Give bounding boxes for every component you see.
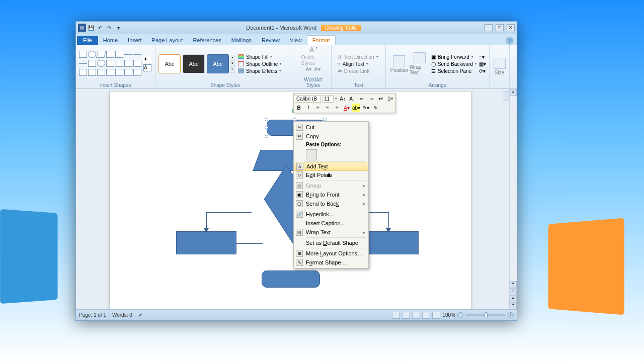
align-left-icon[interactable]: ≡ bbox=[314, 104, 322, 112]
desktop-decor bbox=[548, 218, 624, 315]
word-icon[interactable]: W bbox=[78, 24, 86, 32]
shape-style-gallery[interactable]: Abc Abc Abc bbox=[158, 54, 229, 73]
zoom-in-icon[interactable]: + bbox=[508, 312, 514, 318]
bold-icon[interactable]: B bbox=[295, 104, 303, 112]
ctx-format-shape[interactable]: ✎Format Shape… bbox=[294, 258, 368, 267]
align-text-button[interactable]: ≡Align Text▾ bbox=[338, 61, 378, 67]
font-color-icon[interactable]: A▾ bbox=[343, 104, 351, 112]
document-area[interactable]: ▾ A↑ A↓ ⇤ ⇥ •≡ 1≡ B I ≡ ≡ ≡ A▾ ab▾ ✎▾ ✎ bbox=[76, 89, 509, 309]
flowchart-process-left[interactable] bbox=[176, 231, 236, 254]
tab-view[interactable]: View bbox=[285, 36, 307, 45]
zoom-out-icon[interactable]: − bbox=[457, 312, 463, 318]
gallery-down-icon[interactable]: ▾ bbox=[230, 61, 235, 67]
ribbon-tabs: File Home Insert Page Layout References … bbox=[76, 34, 517, 45]
format-painter-icon[interactable]: ✎▾ bbox=[362, 104, 370, 112]
tab-references[interactable]: References bbox=[188, 36, 226, 45]
ctx-bring-to-front[interactable]: ▣Bring to Front▸ bbox=[294, 190, 368, 199]
view-print-layout[interactable] bbox=[392, 312, 400, 319]
highlight-icon[interactable]: ab▾ bbox=[352, 104, 360, 112]
mini-size-input[interactable] bbox=[323, 95, 334, 103]
titlebar: W 💾 ↶ ↷ ▾ Document1 - Microsoft Word Dra… bbox=[76, 22, 517, 34]
side-panel-tab[interactable] bbox=[504, 91, 509, 101]
ctx-send-to-back[interactable]: ▢Send to Back▸ bbox=[294, 199, 368, 208]
decrease-indent-icon[interactable]: ⇤ bbox=[358, 95, 366, 103]
tab-mailings[interactable]: Mailings bbox=[226, 36, 257, 45]
grow-font-icon[interactable]: A↑ bbox=[339, 95, 347, 103]
shape-fill-button[interactable]: Shape Fill ▾ bbox=[238, 54, 282, 60]
tab-insert[interactable]: Insert bbox=[123, 36, 147, 45]
group-shape-styles: Shape Styles bbox=[158, 82, 292, 88]
text-box-icon[interactable]: A bbox=[143, 64, 151, 71]
tab-review[interactable]: Review bbox=[257, 36, 285, 45]
mini-toolbar: ▾ A↑ A↓ ⇤ ⇥ •≡ 1≡ B I ≡ ≡ ≡ A▾ ab▾ ✎▾ ✎ bbox=[293, 93, 396, 113]
prev-page-icon[interactable]: ▴ bbox=[510, 295, 517, 302]
tab-home[interactable]: Home bbox=[98, 36, 123, 45]
status-page[interactable]: Page: 1 of 1 bbox=[79, 312, 106, 318]
minimize-button[interactable]: – bbox=[485, 24, 493, 31]
ctx-cut[interactable]: ✂Cut bbox=[294, 123, 368, 132]
help-icon[interactable]: ? bbox=[506, 37, 514, 45]
bullets-icon[interactable]: •≡ bbox=[377, 95, 385, 103]
page[interactable] bbox=[109, 91, 471, 309]
styles-icon[interactable]: ✎ bbox=[371, 104, 379, 112]
view-web[interactable] bbox=[412, 312, 420, 319]
ctx-copy[interactable]: ⧉Copy bbox=[294, 132, 368, 141]
view-outline[interactable] bbox=[422, 312, 430, 319]
zoom-slider[interactable] bbox=[465, 314, 506, 316]
tab-file[interactable]: File bbox=[77, 36, 98, 45]
position-button[interactable]: Position bbox=[389, 55, 410, 73]
mini-font-input[interactable] bbox=[295, 95, 321, 103]
next-page-icon[interactable]: ▾ bbox=[510, 302, 517, 309]
gallery-more-icon[interactable]: ▿ bbox=[230, 67, 235, 73]
proofing-icon[interactable]: ✔ bbox=[138, 312, 142, 318]
group-text: Text bbox=[335, 82, 382, 88]
save-icon[interactable]: 💾 bbox=[87, 24, 95, 32]
shapes-gallery[interactable] bbox=[79, 51, 141, 77]
redo-icon[interactable]: ↷ bbox=[105, 24, 113, 32]
window-title: Document1 - Microsoft Word Drawing Tools bbox=[122, 25, 485, 31]
group-button[interactable]: ▦▾ bbox=[479, 61, 486, 67]
close-button[interactable]: ✕ bbox=[507, 24, 515, 31]
ctx-more-layout[interactable]: ⊞More Layout Options… bbox=[294, 249, 368, 258]
increase-indent-icon[interactable]: ⇥ bbox=[367, 95, 375, 103]
align-center-icon[interactable]: ≡ bbox=[324, 104, 332, 112]
view-draft[interactable] bbox=[432, 312, 440, 319]
selection-pane-button[interactable]: ☰Selection Pane bbox=[431, 68, 477, 74]
tab-page-layout[interactable]: Page Layout bbox=[147, 36, 188, 45]
ctx-hyperlink[interactable]: 🔗Hyperlink… bbox=[294, 210, 368, 219]
text-outline-icon: A▾ bbox=[314, 66, 321, 72]
size-button[interactable]: Size bbox=[493, 58, 506, 75]
zoom-level[interactable]: 100% bbox=[442, 312, 455, 318]
flowchart-terminator-bottom[interactable] bbox=[262, 270, 320, 288]
context-menu: ✂Cut ⧉Copy Paste Options: AAdd Text ◇Edi… bbox=[293, 121, 369, 268]
ctx-add-text[interactable]: AAdd Text bbox=[294, 162, 368, 171]
ctx-paste-picture[interactable] bbox=[306, 149, 317, 160]
gallery-up-icon[interactable]: ▴ bbox=[230, 55, 235, 61]
align-right-icon[interactable]: ≡ bbox=[333, 104, 341, 112]
shrink-font-icon[interactable]: A↓ bbox=[348, 95, 356, 103]
ctx-set-default-shape[interactable]: Set as Default Shape bbox=[294, 238, 368, 247]
italic-icon[interactable]: I bbox=[304, 104, 312, 112]
browse-object-icon[interactable]: ○ bbox=[510, 288, 517, 295]
view-full-screen[interactable] bbox=[402, 312, 410, 319]
scroll-down-icon[interactable]: ▾ bbox=[510, 281, 517, 288]
tab-format[interactable]: Format bbox=[307, 35, 336, 45]
ctx-wrap-text[interactable]: ▤Wrap Text▸ bbox=[294, 228, 368, 237]
status-words[interactable]: Words: 0 bbox=[112, 312, 132, 318]
edit-shape-icon[interactable]: ✦ bbox=[143, 56, 151, 63]
create-link-button: ⇄Create Link bbox=[338, 68, 378, 74]
undo-icon[interactable]: ↶ bbox=[96, 24, 104, 32]
maximize-button[interactable]: □ bbox=[496, 24, 504, 31]
ctx-insert-caption[interactable]: Insert Caption… bbox=[294, 219, 368, 228]
numbering-icon[interactable]: 1≡ bbox=[386, 95, 394, 103]
scroll-up-icon[interactable]: ▴ bbox=[510, 89, 517, 96]
shape-outline-button[interactable]: Shape Outline ▾ bbox=[238, 61, 282, 67]
bring-forward-button[interactable]: ▣Bring Forward▾ bbox=[431, 54, 477, 60]
shape-effects-button[interactable]: Shape Effects ▾ bbox=[238, 68, 282, 74]
wrap-text-ribbon-button[interactable]: Wrap Text bbox=[410, 52, 430, 75]
send-backward-button[interactable]: ▢Send Backward▾ bbox=[431, 61, 477, 67]
qat-customize-icon[interactable]: ▾ bbox=[114, 24, 122, 32]
vertical-scrollbar[interactable]: ▴ ▾ ○ ▴ ▾ bbox=[509, 89, 517, 309]
align-button[interactable]: ≡▾ bbox=[479, 54, 486, 60]
rotate-button[interactable]: ⟳▾ bbox=[479, 68, 486, 74]
